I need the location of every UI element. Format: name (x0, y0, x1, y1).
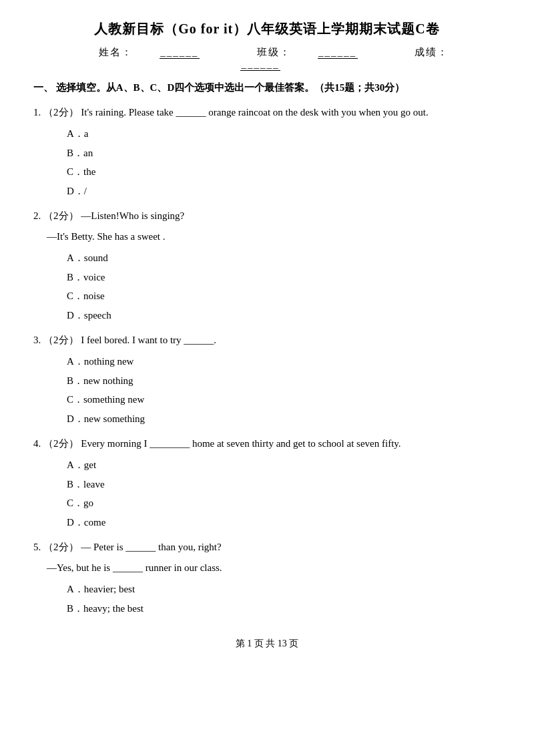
class-field: 班级：______ (244, 47, 375, 57)
section1-header: 一、 选择填空。从A、B、C、D四个选项中选出一个最佳答案。（共15题；共30分… (33, 81, 501, 94)
question-4-text: 4. （2分） Every morning I ________ home at… (33, 435, 501, 453)
question-2-text: 2. （2分） —Listen!Who is singing? (33, 207, 501, 225)
question-5-text2: —Yes, but he is ______ runner in our cla… (47, 559, 501, 577)
question-3: 3. （2分） I feel bored. I want to try ____… (33, 331, 501, 428)
question-1-option-c: C．the (67, 162, 501, 182)
question-4-option-b: B．leave (67, 475, 501, 494)
question-2: 2. （2分） —Listen!Who is singing? —It's Be… (33, 207, 501, 325)
question-1-option-b: B．an (67, 144, 501, 163)
question-4-option-a: A．get (67, 455, 501, 475)
page-footer: 第 1 页 共 13 页 (33, 638, 501, 650)
question-3-option-c: C．something new (67, 390, 501, 409)
question-2-option-c: C．noise (67, 287, 501, 306)
question-1-option-a: A．a (67, 124, 501, 144)
page-title: 人教新目标（Go for it）八年级英语上学期期末试题C卷 (33, 20, 501, 38)
question-3-option-b: B．new nothing (67, 371, 501, 391)
question-5: 5. （2分） — Peter is ______ than you, righ… (33, 538, 501, 618)
question-2-option-b: B．voice (67, 268, 501, 287)
question-3-option-d: D．new something (67, 409, 501, 429)
question-4-option-c: C．go (67, 494, 501, 513)
question-3-option-a: A．nothing new (67, 352, 501, 371)
name-field: 姓名：______ (85, 47, 217, 57)
question-5-option-b: B．heavy; the best (67, 599, 501, 618)
question-5-text: 5. （2分） — Peter is ______ than you, righ… (33, 538, 501, 556)
question-2-text2: —It's Betty. She has a sweet . (47, 228, 501, 246)
question-1-text: 1. （2分） It's raining. Please take ______… (33, 104, 501, 122)
question-1: 1. （2分） It's raining. Please take ______… (33, 104, 501, 200)
question-2-option-d: D．speech (67, 306, 501, 325)
question-3-text: 3. （2分） I feel bored. I want to try ____… (33, 331, 501, 349)
question-1-option-d: D．/ (67, 182, 501, 201)
question-4: 4. （2分） Every morning I ________ home at… (33, 435, 501, 532)
question-2-option-a: A．sound (67, 248, 501, 268)
question-4-option-d: D．come (67, 513, 501, 532)
question-5-option-a: A．heavier; best (67, 580, 501, 599)
student-info-row: 姓名：______ 班级：______ 成绩：______ (33, 46, 501, 71)
